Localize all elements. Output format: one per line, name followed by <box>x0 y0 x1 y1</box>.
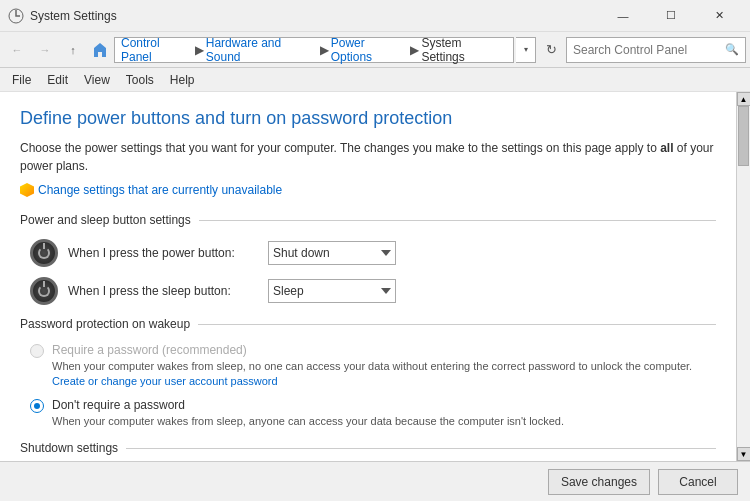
sleep-button-dropdown[interactable]: Sleep Do nothing Hibernate Shut down Tur… <box>268 279 396 303</box>
no-password-radio[interactable] <box>30 399 44 413</box>
no-password-option: Don't require a password When your compu… <box>20 398 716 429</box>
save-changes-button[interactable]: Save changes <box>548 469 650 495</box>
sleep-button-icon <box>30 277 58 305</box>
require-password-label-wrap: Require a password (recommended) When yo… <box>52 343 716 390</box>
footer-bar: Save changes Cancel <box>0 461 750 501</box>
search-input[interactable] <box>573 43 725 57</box>
refresh-button[interactable]: ↻ <box>538 37 564 63</box>
power-section-header: Power and sleep button settings <box>20 213 716 231</box>
app-icon <box>8 8 24 24</box>
change-settings-link[interactable]: Change settings that are currently unava… <box>20 183 716 197</box>
address-dropdown-btn[interactable]: ▾ <box>516 37 536 63</box>
scrollbar: ▲ ▼ <box>736 92 750 461</box>
scroll-down-btn[interactable]: ▼ <box>737 447 751 461</box>
home-icon <box>90 40 110 60</box>
menu-tools[interactable]: Tools <box>118 71 162 89</box>
sleep-icon-inner <box>38 285 50 297</box>
password-section: Require a password (recommended) When yo… <box>20 343 716 429</box>
window-title: System Settings <box>30 9 600 23</box>
description-bold: all <box>660 141 673 155</box>
title-bar: System Settings — ☐ ✕ <box>0 0 750 32</box>
search-box: 🔍 <box>566 37 746 63</box>
cancel-button[interactable]: Cancel <box>658 469 738 495</box>
require-password-label: Require a password (recommended) <box>52 343 716 357</box>
breadcrumb-current: System Settings <box>421 36 507 64</box>
power-button-icon <box>30 239 58 267</box>
content-area: Define power buttons and turn on passwor… <box>0 92 736 461</box>
require-password-radio[interactable] <box>30 344 44 358</box>
breadcrumb-bar: Control Panel ▶ Hardware and Sound ▶ Pow… <box>114 37 514 63</box>
change-settings-text: Change settings that are currently unava… <box>38 183 282 197</box>
scroll-up-btn[interactable]: ▲ <box>737 92 751 106</box>
back-button[interactable]: ← <box>4 37 30 63</box>
menu-edit[interactable]: Edit <box>39 71 76 89</box>
up-button[interactable]: ↑ <box>60 37 86 63</box>
scroll-thumb[interactable] <box>738 106 749 166</box>
no-password-label: Don't require a password <box>52 398 716 412</box>
breadcrumb-hardware[interactable]: Hardware and Sound <box>206 36 318 64</box>
breadcrumb-power-options[interactable]: Power Options <box>331 36 409 64</box>
shield-icon <box>20 183 34 197</box>
require-password-option: Require a password (recommended) When yo… <box>20 343 716 390</box>
require-password-desc-text: When your computer wakes from sleep, no … <box>52 360 692 372</box>
main-area: Define power buttons and turn on passwor… <box>0 92 750 461</box>
power-button-row: When I press the power button: Shut down… <box>20 239 716 267</box>
no-password-description: When your computer wakes from sleep, any… <box>52 414 716 429</box>
password-section-header: Password protection on wakeup <box>20 317 716 335</box>
sleep-button-label: When I press the sleep button: <box>68 284 268 298</box>
minimize-button[interactable]: — <box>600 0 646 32</box>
page-description: Choose the power settings that you want … <box>20 139 716 175</box>
power-button-label: When I press the power button: <box>68 246 268 260</box>
shutdown-section-header: Shutdown settings <box>20 441 716 459</box>
address-bar: ← → ↑ Control Panel ▶ Hardware and Sound… <box>0 32 750 68</box>
page-title: Define power buttons and turn on passwor… <box>20 108 716 129</box>
power-icon-inner <box>38 247 50 259</box>
menu-view[interactable]: View <box>76 71 118 89</box>
menu-help[interactable]: Help <box>162 71 203 89</box>
menu-bar: File Edit View Tools Help <box>0 68 750 92</box>
menu-file[interactable]: File <box>4 71 39 89</box>
maximize-button[interactable]: ☐ <box>648 0 694 32</box>
close-button[interactable]: ✕ <box>696 0 742 32</box>
require-password-description: When your computer wakes from sleep, no … <box>52 359 716 390</box>
no-password-label-wrap: Don't require a password When your compu… <box>52 398 716 429</box>
power-button-dropdown[interactable]: Shut down Do nothing Sleep Hibernate Tur… <box>268 241 396 265</box>
scroll-track <box>737 106 750 447</box>
description-text: Choose the power settings that you want … <box>20 141 660 155</box>
search-icon: 🔍 <box>725 43 739 56</box>
create-password-link[interactable]: Create or change your user account passw… <box>52 375 278 387</box>
sleep-button-row: When I press the sleep button: Sleep Do … <box>20 277 716 305</box>
breadcrumb-control-panel[interactable]: Control Panel <box>121 36 193 64</box>
forward-button[interactable]: → <box>32 37 58 63</box>
window-controls: — ☐ ✕ <box>600 0 742 32</box>
